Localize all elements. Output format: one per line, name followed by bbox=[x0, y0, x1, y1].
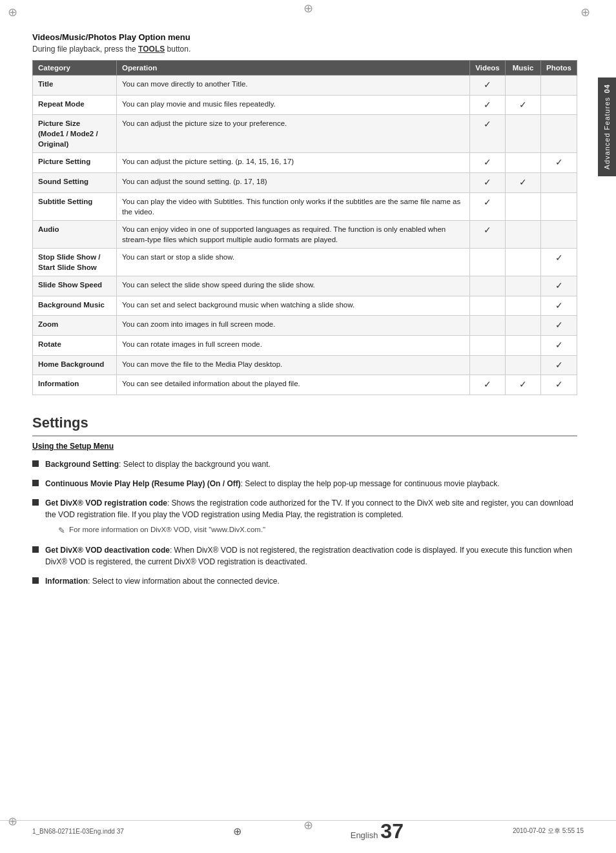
table-cell-operation: You can adjust the sound setting. (p. 17… bbox=[117, 173, 470, 193]
check-icon: ✓ bbox=[484, 119, 491, 129]
table-row: TitleYou can move directly to another Ti… bbox=[33, 76, 577, 96]
table-cell-category: Zoom bbox=[33, 316, 117, 336]
table-cell-photos bbox=[541, 173, 577, 193]
table-cell-category: Background Music bbox=[33, 296, 117, 316]
chapter-number: 04 bbox=[603, 84, 611, 93]
table-cell-videos: ✓ bbox=[470, 375, 506, 395]
settings-list: Background Setting: Select to display th… bbox=[32, 458, 577, 588]
check-icon: ✓ bbox=[555, 157, 563, 167]
table-cell-videos: ✓ bbox=[470, 220, 506, 248]
table-row: Subtitle SettingYou can play the video w… bbox=[33, 192, 577, 220]
check-icon: ✓ bbox=[555, 280, 563, 291]
bullet-bold-label: Continuous Movie Play Help (Resume Play)… bbox=[45, 479, 241, 488]
check-icon: ✓ bbox=[555, 252, 563, 263]
chapter-label: Advanced Features bbox=[603, 97, 611, 169]
table-row: Repeat ModeYou can play movie and music … bbox=[33, 95, 577, 115]
bullet-icon bbox=[32, 499, 39, 506]
footer-filename: 1_BN68-02711E-03Eng.indd 37 bbox=[32, 828, 124, 835]
table-cell-operation: You can enjoy video in one of supported … bbox=[117, 220, 470, 248]
table-cell-videos: ✓ bbox=[470, 192, 506, 220]
table-cell-music bbox=[506, 220, 541, 248]
table-row: Stop Slide Show /Start Slide ShowYou can… bbox=[33, 249, 577, 276]
play-options-table: Category Operation Videos Music Photos T… bbox=[32, 60, 577, 395]
col-operation: Operation bbox=[117, 61, 470, 76]
table-cell-music: ✓ bbox=[506, 375, 541, 395]
subtitle-after: button. bbox=[165, 45, 190, 54]
list-item: Continuous Movie Play Help (Resume Play)… bbox=[32, 478, 577, 489]
corner-mark-tl: ⊕ bbox=[8, 5, 17, 19]
table-cell-music: ✓ bbox=[506, 173, 541, 193]
check-icon: ✓ bbox=[484, 157, 491, 167]
check-icon: ✓ bbox=[519, 379, 527, 389]
bullet-icon bbox=[32, 460, 39, 467]
top-center-mark: ⊕ bbox=[303, 1, 313, 15]
col-videos: Videos bbox=[470, 61, 506, 76]
table-cell-operation: You can zoom into images in full screen … bbox=[117, 316, 470, 336]
table-cell-videos: ✓ bbox=[470, 95, 506, 115]
table-cell-photos: ✓ bbox=[541, 296, 577, 316]
table-cell-category: Slide Show Speed bbox=[33, 276, 117, 296]
bullet-icon bbox=[32, 577, 39, 584]
table-row: Picture Size(Mode1 / Mode2 / Original)Yo… bbox=[33, 115, 577, 153]
table-cell-operation: You can see detailed information about t… bbox=[117, 375, 470, 395]
table-cell-category: Information bbox=[33, 375, 117, 395]
page-label: English bbox=[351, 830, 378, 840]
bullet-content: Get DivX® VOD deactivation code: When Di… bbox=[45, 544, 577, 568]
bullet-bold-label: Get DivX® VOD registration code bbox=[45, 498, 167, 508]
table-cell-category: Repeat Mode bbox=[33, 95, 117, 115]
table-cell-operation: You can rotate images in full screen mod… bbox=[117, 336, 470, 356]
check-icon: ✓ bbox=[555, 379, 563, 389]
check-icon: ✓ bbox=[555, 300, 563, 311]
col-category: Category bbox=[33, 61, 117, 76]
page-number-area: English 37 bbox=[351, 821, 404, 841]
section-settings: Settings Using the Setup Menu Background… bbox=[32, 415, 577, 588]
table-row: Slide Show SpeedYou can select the slide… bbox=[33, 276, 577, 296]
check-icon: ✓ bbox=[555, 360, 563, 370]
table-cell-photos: ✓ bbox=[541, 316, 577, 336]
table-cell-videos: ✓ bbox=[470, 153, 506, 173]
note-pen-icon: ✎ bbox=[58, 524, 65, 537]
table-cell-music bbox=[506, 296, 541, 316]
list-item: Information: Select to view information … bbox=[32, 575, 577, 587]
table-cell-category: Sound Setting bbox=[33, 173, 117, 193]
list-item: Get DivX® VOD deactivation code: When Di… bbox=[32, 544, 577, 568]
table-row: Background MusicYou can set and select b… bbox=[33, 296, 577, 316]
bullet-content: Information: Select to view information … bbox=[45, 575, 577, 587]
table-cell-photos bbox=[541, 220, 577, 248]
bullet-content: Continuous Movie Play Help (Resume Play)… bbox=[45, 478, 577, 489]
check-icon: ✓ bbox=[484, 177, 491, 187]
table-row: InformationYou can see detailed informat… bbox=[33, 375, 577, 395]
bullet-content: Get DivX® VOD registration code: Shows t… bbox=[45, 497, 577, 537]
tools-word: TOOLS bbox=[138, 45, 165, 54]
note-text: For more information on DivX® VOD, visit… bbox=[69, 524, 265, 535]
bullet-icon bbox=[32, 546, 39, 553]
bullet-bold-label: Get DivX® VOD deactivation code bbox=[45, 546, 170, 555]
table-section-subtitle: During file playback, press the TOOLS bu… bbox=[32, 45, 577, 54]
table-cell-photos bbox=[541, 95, 577, 115]
table-cell-music bbox=[506, 249, 541, 276]
table-cell-category: Home Background bbox=[33, 355, 117, 375]
table-cell-photos: ✓ bbox=[541, 355, 577, 375]
table-cell-videos: ✓ bbox=[470, 173, 506, 193]
check-icon: ✓ bbox=[484, 379, 491, 389]
table-cell-category: Audio bbox=[33, 220, 117, 248]
table-cell-photos bbox=[541, 192, 577, 220]
table-cell-music bbox=[506, 336, 541, 356]
table-cell-music bbox=[506, 115, 541, 153]
bullet-content: Background Setting: Select to display th… bbox=[45, 458, 577, 470]
list-item: Background Setting: Select to display th… bbox=[32, 458, 577, 470]
setup-menu-title: Using the Setup Menu bbox=[32, 442, 577, 451]
bullet-icon bbox=[32, 480, 39, 486]
table-cell-music bbox=[506, 316, 541, 336]
footer-timestamp: 2010-07-02 오후 5:55 15 bbox=[513, 827, 584, 836]
table-cell-operation: You can move directly to another Title. bbox=[117, 76, 470, 96]
side-tab: 04 Advanced Features bbox=[598, 77, 616, 176]
bullet-note: ✎For more information on DivX® VOD, visi… bbox=[58, 524, 577, 537]
bullet-bold-label: Information bbox=[45, 577, 88, 586]
table-cell-operation: You can move the file to the Media Play … bbox=[117, 355, 470, 375]
subtitle-before: During file playback, press the bbox=[32, 45, 138, 54]
table-cell-music: ✓ bbox=[506, 95, 541, 115]
table-cell-category: Subtitle Setting bbox=[33, 192, 117, 220]
table-row: AudioYou can enjoy video in one of suppo… bbox=[33, 220, 577, 248]
check-icon: ✓ bbox=[555, 320, 563, 330]
